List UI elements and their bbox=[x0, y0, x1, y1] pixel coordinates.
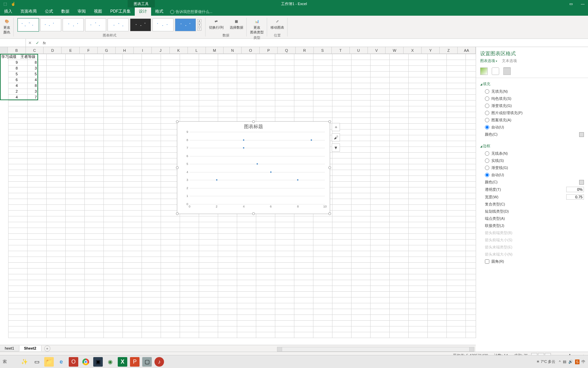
cell[interactable]: 7 bbox=[19, 94, 38, 100]
wechat-icon[interactable]: ◉ bbox=[105, 357, 115, 367]
fill-section-title[interactable]: 填充 bbox=[480, 80, 584, 88]
tray-volume-icon[interactable]: 🔊 bbox=[568, 359, 573, 364]
tray-network-icon[interactable]: ▤ bbox=[563, 359, 566, 364]
border-none[interactable]: 无线条(N) bbox=[480, 150, 584, 157]
ribbon-display-icon[interactable]: ▭ bbox=[569, 2, 573, 6]
col-header[interactable]: T bbox=[332, 47, 350, 53]
col-header[interactable]: B bbox=[8, 47, 26, 53]
fill-solid[interactable]: 纯色填充(S) bbox=[480, 95, 584, 102]
cell[interactable]: 9 bbox=[0, 60, 19, 65]
netease-icon[interactable]: ♪ bbox=[154, 357, 164, 367]
cell[interactable]: 8 bbox=[19, 60, 38, 65]
chevron-expand-icon[interactable]: ▿ bbox=[197, 27, 201, 31]
col-header[interactable]: F bbox=[80, 47, 98, 53]
data-point[interactable] bbox=[216, 179, 217, 181]
col-header[interactable]: X bbox=[404, 47, 422, 53]
chart-style-4[interactable] bbox=[85, 18, 106, 31]
fill-picture[interactable]: 图片或纹理填充(P) bbox=[480, 109, 584, 117]
chart-filter-button[interactable]: ▼ bbox=[332, 143, 340, 152]
app-icon[interactable]: O bbox=[69, 357, 78, 367]
color-picker-icon[interactable] bbox=[579, 132, 584, 137]
col-header[interactable]: Y bbox=[422, 47, 440, 53]
chart-style-3[interactable] bbox=[63, 18, 84, 31]
col-header[interactable]: M bbox=[206, 47, 224, 53]
cell[interactable]: 4 bbox=[0, 83, 19, 89]
data-point[interactable] bbox=[270, 171, 272, 173]
tray-lang-icon[interactable]: 中 bbox=[582, 359, 585, 364]
chart-style-1[interactable] bbox=[18, 18, 39, 31]
horizontal-scroll[interactable] bbox=[277, 347, 474, 352]
tab-formula[interactable]: 公式 bbox=[41, 7, 57, 16]
effects-icon[interactable] bbox=[492, 67, 499, 75]
chart-style-2[interactable] bbox=[40, 18, 61, 31]
fill-none[interactable]: 无填充(N) bbox=[480, 88, 584, 95]
col-header[interactable]: C bbox=[26, 47, 44, 53]
cell[interactable]: 3 bbox=[19, 89, 38, 94]
col-header[interactable]: Q bbox=[278, 47, 296, 53]
cell[interactable]: 5 bbox=[19, 71, 38, 77]
fill-pattern[interactable]: 图案填充(A) bbox=[480, 117, 584, 124]
resize-handle[interactable] bbox=[252, 120, 255, 123]
border-cap[interactable]: 端点类型(A) bbox=[480, 215, 584, 222]
data-point[interactable] bbox=[297, 179, 298, 181]
tab-format[interactable]: 格式 bbox=[151, 7, 167, 16]
data-point[interactable] bbox=[257, 163, 258, 165]
scroll-right-icon[interactable] bbox=[469, 347, 474, 351]
border-gradient[interactable]: 渐变线(G) bbox=[480, 164, 584, 171]
tab-view[interactable]: 视图 bbox=[90, 7, 106, 16]
cell[interactable]: 4 bbox=[0, 94, 19, 100]
touch-icon[interactable]: ☝ bbox=[11, 1, 16, 6]
chart-object[interactable]: 图表标题 01234567890246810 ＋ 🖌 ▼ bbox=[177, 121, 330, 214]
chart-options-tab[interactable]: 图表选项 bbox=[480, 58, 497, 63]
tab-data[interactable]: 数据 bbox=[57, 7, 74, 16]
col-header[interactable]: L bbox=[188, 47, 206, 53]
chrome-icon[interactable] bbox=[81, 357, 91, 367]
chart-style-7[interactable] bbox=[152, 18, 174, 31]
col-header[interactable]: Z bbox=[440, 47, 458, 53]
tray-ime-icon[interactable]: S bbox=[575, 359, 579, 364]
cell[interactable]: 学习成绩 bbox=[0, 54, 19, 60]
border-color[interactable]: 颜色(C) bbox=[480, 179, 584, 186]
cell[interactable]: 8 bbox=[0, 65, 19, 71]
switch-row-col-button[interactable]: ⇄切换行/列 bbox=[208, 17, 225, 31]
fill-gradient[interactable]: 渐变填充(G) bbox=[480, 102, 584, 109]
data-point[interactable] bbox=[243, 139, 244, 141]
cell[interactable]: 2 bbox=[0, 89, 19, 94]
cell[interactable]: 3 bbox=[19, 65, 38, 71]
cell[interactable]: 6 bbox=[0, 77, 19, 83]
copilot-icon[interactable]: ✨ bbox=[20, 357, 29, 367]
chart-style-5[interactable] bbox=[108, 18, 129, 31]
data-point[interactable] bbox=[243, 147, 244, 149]
select-all-corner[interactable] bbox=[0, 47, 8, 53]
cell[interactable]: 5 bbox=[0, 71, 19, 77]
resize-handle[interactable] bbox=[328, 120, 331, 123]
col-header[interactable]: O bbox=[242, 47, 260, 53]
col-header[interactable]: N bbox=[224, 47, 242, 53]
border-auto[interactable]: 自动(U) bbox=[480, 171, 584, 179]
chart-title[interactable]: 图表标题 bbox=[177, 122, 330, 131]
change-chart-type-button[interactable]: 📊更改 图表类型 bbox=[249, 17, 265, 35]
border-dash[interactable]: 短划线类型(D) bbox=[480, 208, 584, 215]
styles-spinner[interactable]: ▴▾▿ bbox=[197, 19, 201, 31]
border-transparency[interactable]: 透明度(T) bbox=[480, 186, 584, 193]
file-explorer-icon[interactable]: 📁 bbox=[44, 357, 54, 367]
border-section-title[interactable]: 边框 bbox=[480, 142, 584, 150]
resize-handle[interactable] bbox=[176, 212, 179, 215]
name-box[interactable] bbox=[0, 39, 26, 47]
chart-style-6[interactable] bbox=[130, 18, 151, 31]
change-colors-button[interactable]: 🎨 更改 颜色 bbox=[2, 17, 12, 35]
border-compound[interactable]: 复合类型(C) bbox=[480, 201, 584, 208]
cell[interactable]: 王者等级 bbox=[19, 54, 38, 60]
text-options-tab[interactable]: 文本选项 bbox=[502, 58, 517, 63]
col-header[interactable]: J bbox=[152, 47, 170, 53]
fx-icon[interactable]: fx bbox=[42, 41, 47, 45]
chart-styles-button[interactable]: 🖌 bbox=[332, 133, 340, 141]
chevron-up-icon[interactable]: ▴ bbox=[197, 19, 201, 22]
save-icon[interactable]: ⬚ bbox=[3, 1, 7, 6]
rounded-corners[interactable]: 圆角(R) bbox=[480, 258, 584, 265]
formula-input[interactable] bbox=[47, 39, 588, 47]
chart-elements-button[interactable]: ＋ bbox=[332, 123, 340, 131]
sheet-tab-1[interactable]: heet1 bbox=[0, 346, 19, 351]
cancel-icon[interactable]: ✕ bbox=[27, 41, 33, 45]
confirm-icon[interactable]: ✓ bbox=[35, 41, 40, 45]
